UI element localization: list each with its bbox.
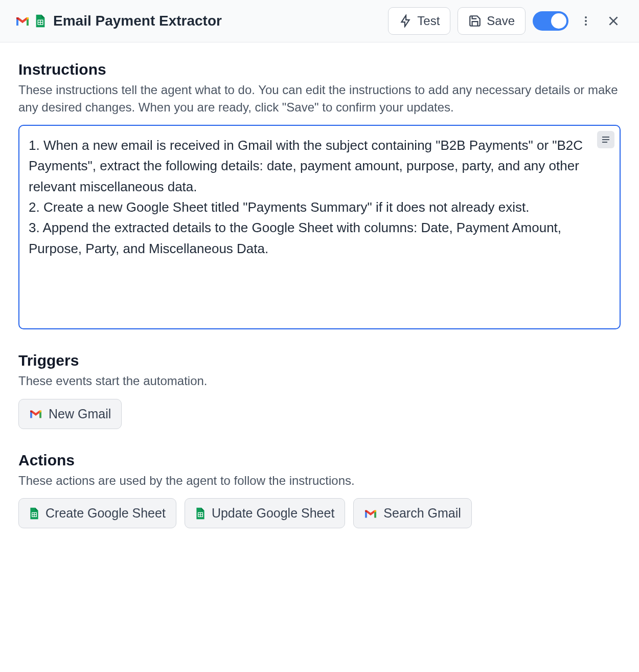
trigger-label: New Gmail [49,407,111,421]
expand-button[interactable] [597,131,614,148]
action-label: Create Google Sheet [45,506,166,521]
dots-vertical-icon [580,15,592,27]
triggers-description: These events start the automation. [18,372,621,390]
actions-list: Create Google Sheet Update Google Sheet … [18,498,621,528]
app-icons [15,14,46,28]
svg-point-5 [585,24,587,26]
lightning-icon [399,14,412,28]
toggle-knob [551,13,566,29]
save-icon [468,14,482,28]
more-menu-button[interactable] [576,11,596,31]
actions-heading: Actions [18,452,621,469]
instructions-editor[interactable]: 1. When a new email is received in Gmail… [18,125,621,329]
triggers-list: New Gmail [18,399,621,429]
instructions-description: These instructions tell the agent what t… [18,81,621,116]
enable-toggle[interactable] [533,11,568,31]
actions-description: These actions are used by the agent to f… [18,472,621,489]
test-button[interactable]: Test [388,7,450,35]
action-label: Update Google Sheet [212,506,334,521]
action-chip-update-sheet[interactable]: Update Google Sheet [185,498,345,528]
svg-point-3 [585,16,587,18]
close-button[interactable] [603,11,624,31]
sheets-icon [29,507,39,520]
test-label: Test [417,14,440,28]
sheets-icon [195,507,206,520]
menu-lines-icon [601,136,610,143]
action-chip-search-gmail[interactable]: Search Gmail [353,498,471,528]
save-button[interactable]: Save [458,7,526,35]
gmail-icon [29,409,42,419]
sheets-icon [35,14,46,28]
svg-point-4 [585,20,587,22]
instructions-heading: Instructions [18,61,621,78]
triggers-heading: Triggers [18,352,621,369]
gmail-icon [364,508,377,519]
gmail-icon [15,15,30,27]
header: Email Payment Extractor Test Save [0,0,639,42]
save-label: Save [487,14,515,28]
page-title: Email Payment Extractor [53,13,381,29]
trigger-chip-new-gmail[interactable]: New Gmail [18,399,122,429]
action-chip-create-sheet[interactable]: Create Google Sheet [18,498,176,528]
action-label: Search Gmail [383,506,461,521]
close-icon [607,14,620,28]
instructions-content[interactable]: 1. When a new email is received in Gmail… [29,135,594,259]
